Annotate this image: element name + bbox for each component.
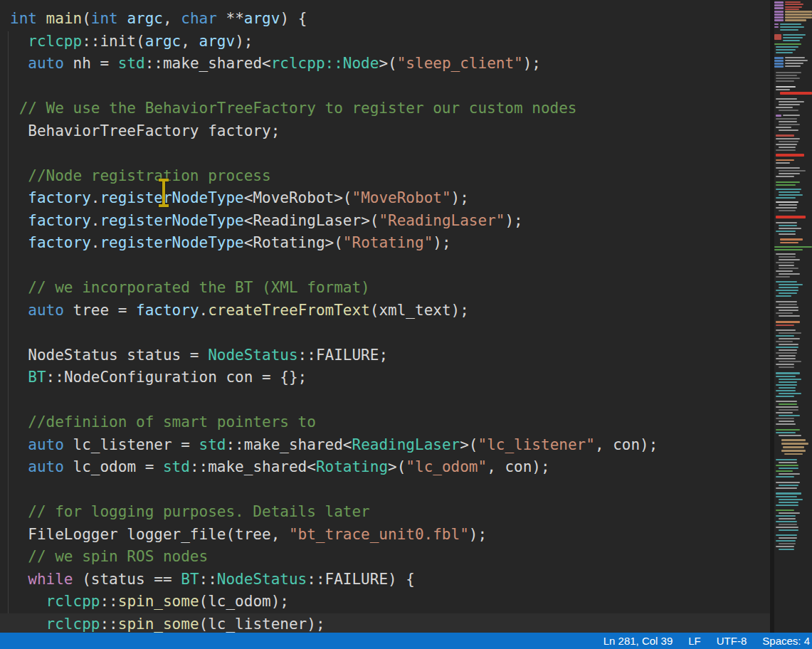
minimap-line bbox=[776, 201, 798, 203]
minimap-line bbox=[776, 184, 796, 186]
minimap-line bbox=[776, 176, 794, 177]
minimap-line bbox=[776, 505, 798, 506]
code-line[interactable]: // We use the BehaviorTreeFactory to reg… bbox=[0, 97, 770, 120]
minimap-line bbox=[774, 246, 812, 248]
status-eol-indicator[interactable]: LF bbox=[680, 635, 709, 647]
code-line[interactable] bbox=[0, 322, 770, 344]
code-lines: int main(int argc, char **argv) { rclcpp… bbox=[0, 8, 770, 633]
code-token: auto bbox=[28, 302, 64, 319]
minimap-line bbox=[779, 210, 796, 211]
minimap-line bbox=[785, 60, 808, 61]
minimap-line bbox=[779, 284, 803, 285]
code-line[interactable]: //Node registration process bbox=[0, 165, 770, 188]
minimap-line bbox=[779, 355, 796, 357]
minimap-line bbox=[779, 468, 798, 469]
minimap-line bbox=[776, 98, 797, 100]
code-line[interactable]: //definiion of smart pointers to bbox=[0, 411, 770, 434]
code-token: NodeStatus status = bbox=[10, 347, 208, 364]
minimap-line bbox=[774, 23, 779, 25]
code-token bbox=[10, 33, 28, 50]
code-token bbox=[10, 616, 46, 633]
code-line[interactable]: auto tree = factory.createTreeFromText(x… bbox=[0, 300, 770, 322]
code-line[interactable]: int main(int argc, char **argv) { bbox=[0, 8, 770, 31]
minimap-line bbox=[776, 262, 794, 263]
code-line[interactable] bbox=[0, 389, 770, 412]
minimap-line bbox=[779, 537, 797, 539]
minimap-line bbox=[783, 446, 804, 448]
status-line-col[interactable]: Ln 281, Col 39 bbox=[596, 635, 681, 647]
code-line[interactable]: // we spin ROS nodes bbox=[0, 546, 770, 569]
code-line[interactable]: rclcpp::spin_some(lc_listener); bbox=[0, 613, 770, 633]
code-line[interactable]: // for logging purposes. Details later bbox=[0, 501, 770, 524]
code-line[interactable]: rclcpp::spin_some(lc_odom); bbox=[0, 591, 770, 613]
code-token: "sleep_client" bbox=[397, 55, 523, 72]
code-token: //definiion of smart pointers to bbox=[28, 413, 316, 431]
code-token: . bbox=[199, 302, 209, 319]
code-token: "ReadingLaser" bbox=[379, 212, 505, 229]
code-line[interactable]: rclcpp::init(argc, argv); bbox=[0, 31, 770, 53]
code-token: :: bbox=[100, 616, 117, 633]
status-encoding[interactable]: UTF-8 bbox=[709, 635, 755, 647]
minimap-line bbox=[779, 366, 794, 368]
code-token: ); bbox=[451, 189, 469, 206]
code-token: lc_listener = bbox=[64, 436, 199, 453]
code-token: (xml_text); bbox=[370, 302, 469, 319]
code-line[interactable]: NodeStatus status = NodeStatus::FAILURE; bbox=[0, 344, 770, 367]
code-line[interactable]: auto nh = std::make_shared<rclcpp::Node>… bbox=[0, 53, 770, 75]
code-line[interactable]: FileLogger logger_file(tree, "bt_trace_u… bbox=[0, 524, 770, 547]
code-token: spin_some bbox=[118, 593, 199, 610]
minimap-line bbox=[776, 335, 794, 337]
minimap-line bbox=[779, 462, 797, 463]
code-token: ::make_shared< bbox=[226, 436, 352, 453]
minimap-line bbox=[779, 435, 801, 436]
code-token bbox=[10, 413, 28, 431]
code-line[interactable]: auto lc_odom = std::make_shared<Rotating… bbox=[0, 456, 770, 479]
code-editor[interactable]: int main(int argc, char **argv) { rclcpp… bbox=[0, 0, 770, 633]
minimap-line bbox=[785, 4, 803, 5]
code-token: createTreeFromText bbox=[208, 302, 370, 319]
code-token: ); bbox=[235, 33, 253, 50]
minimap-line bbox=[779, 502, 798, 503]
code-line[interactable]: factory.registerNodeType<MoveRobot>("Mov… bbox=[0, 187, 770, 210]
minimap-line bbox=[776, 510, 794, 511]
code-line[interactable]: BehaviorTreeFactory factory; bbox=[0, 120, 770, 143]
code-line[interactable]: BT::NodeConfiguration con = {}; bbox=[0, 366, 770, 389]
code-line[interactable] bbox=[0, 75, 770, 98]
code-token bbox=[37, 10, 46, 27]
code-line[interactable]: while (status == BT::NodeStatus::FAILURE… bbox=[0, 569, 770, 591]
minimap-line bbox=[779, 194, 803, 196]
minimap-line bbox=[779, 387, 796, 389]
minimap-line bbox=[774, 14, 784, 16]
minimap-line bbox=[779, 485, 798, 486]
minimap-line bbox=[776, 159, 794, 161]
minimap-line bbox=[781, 439, 806, 441]
minimap-line bbox=[774, 63, 784, 65]
minimap-line bbox=[776, 492, 801, 495]
minimap-line bbox=[785, 6, 802, 8]
code-line[interactable]: // we incorporated the BT (XML format) bbox=[0, 277, 770, 300]
minimap-line bbox=[779, 292, 797, 294]
code-token: rclcpp::Node bbox=[271, 55, 379, 72]
minimap-line bbox=[780, 242, 798, 243]
code-token: NodeStatus bbox=[217, 571, 307, 588]
code-line[interactable] bbox=[0, 255, 770, 278]
minimap-line bbox=[780, 29, 798, 31]
minimap-line bbox=[781, 450, 806, 452]
code-token: . bbox=[91, 234, 100, 251]
code-line[interactable]: factory.registerNodeType<ReadingLaser>("… bbox=[0, 210, 770, 233]
code-line[interactable] bbox=[0, 479, 770, 502]
code-line[interactable]: auto lc_listener = std::make_shared<Read… bbox=[0, 434, 770, 457]
minimap[interactable] bbox=[774, 0, 812, 633]
code-line[interactable]: factory.registerNodeType<Rotating>("Rota… bbox=[0, 232, 770, 255]
code-line[interactable] bbox=[0, 142, 770, 165]
minimap-line bbox=[779, 421, 794, 422]
minimap-line bbox=[779, 121, 797, 122]
code-token: (status == bbox=[73, 571, 181, 588]
minimap-line bbox=[776, 401, 797, 402]
code-token: ); bbox=[433, 234, 450, 251]
minimap-line bbox=[774, 26, 779, 28]
status-indentation[interactable]: Spaces: 4 bbox=[754, 635, 812, 647]
minimap-line bbox=[779, 361, 801, 362]
minimap-line bbox=[776, 432, 796, 433]
minimap-line bbox=[776, 222, 797, 223]
